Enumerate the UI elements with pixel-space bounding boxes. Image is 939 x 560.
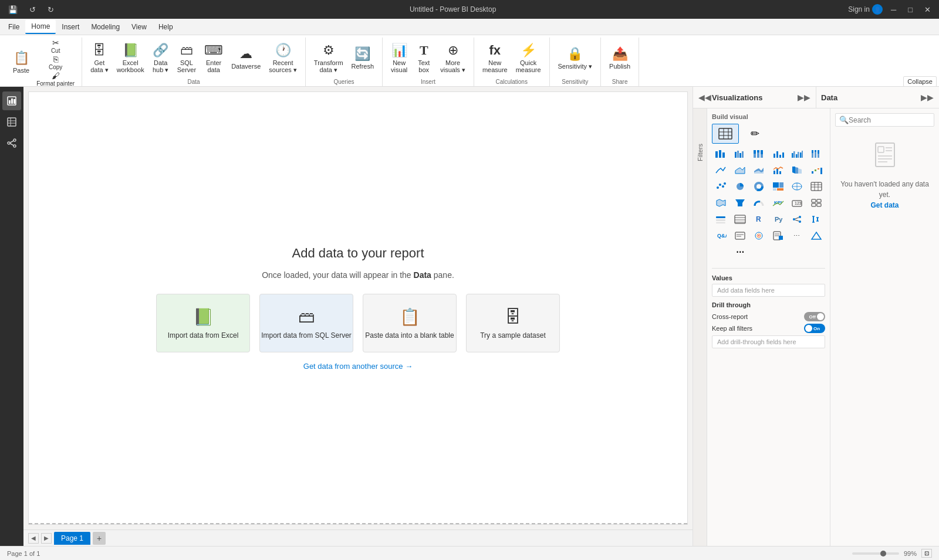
canvas-dashed-border [29,523,687,524]
sensitivity-button[interactable]: 🔒 Sensitivity ▾ [555,40,596,76]
maximize-button[interactable]: □ [904,4,916,15]
viz-pie[interactable] [731,179,749,194]
viz-column-chart[interactable] [769,146,787,161]
transform-data-button[interactable]: ⚙ Transformdata ▾ [310,40,347,76]
viz-scatter[interactable] [712,179,729,194]
filters-label[interactable]: Filters [697,144,704,161]
quick-measure-button[interactable]: ⚡ Quickmeasure [512,40,545,76]
new-measure-button[interactable]: fx Newmeasure [479,40,511,76]
viz-card[interactable]: 123 [788,195,806,211]
viz-donut[interactable] [750,179,768,194]
sql-server-button[interactable]: 🗃 SQLServer [174,40,200,76]
viz-area-chart[interactable] [731,162,749,178]
viz-custom1[interactable]: ⋯ [788,228,806,243]
data-panel-title: Data [821,93,920,102]
get-data-another-link[interactable]: Get data from another source → [303,362,413,371]
sql-card[interactable]: 🗃 Import data from SQL Server [259,294,353,352]
viz-shape[interactable] [808,228,825,243]
add-page-button[interactable]: + [93,532,106,545]
enter-data-button[interactable]: ⌨ Enterdata [201,40,227,76]
excel-workbook-button[interactable]: 📗 Excelworkbook [113,40,148,76]
viz-waterfall[interactable] [808,162,825,178]
fit-page-button[interactable]: ⊡ [921,549,932,558]
viz-stacked-bar-100[interactable] [750,146,768,161]
undo-button[interactable]: ↺ [26,4,39,15]
viz-goal[interactable] [750,228,768,243]
viz-treemap[interactable] [769,179,787,194]
zoom-slider[interactable] [852,552,899,555]
viz-r-visual[interactable]: R [750,212,768,227]
viz-narrative[interactable] [731,228,749,243]
menu-view[interactable]: View [126,21,153,33]
get-data-button[interactable]: 🗄 Getdata ▾ [87,40,112,76]
viz-stacked-bar[interactable] [712,146,729,161]
viz-decomposition-tree[interactable] [788,212,806,227]
viz-table[interactable] [731,212,749,227]
redo-button[interactable]: ↻ [44,4,58,15]
menu-help[interactable]: Help [153,21,179,33]
search-input[interactable] [849,116,937,124]
viz-paginated[interactable] [769,228,787,243]
dataverse-button[interactable]: ☁ Dataverse [228,40,264,76]
recent-sources-button[interactable]: 🕐 Recentsources ▾ [265,40,300,76]
model-view-button[interactable] [2,134,21,152]
viz-multi-row-card[interactable] [808,195,825,211]
save-button[interactable]: 💾 [5,4,21,15]
data-expand-btn[interactable]: ▶▶ [920,90,934,104]
cut-button[interactable]: ✂ Cut [34,38,77,54]
new-visual-button[interactable]: 📊 Newvisual [387,40,411,76]
viz-format-icon-btn[interactable]: ✏ [741,124,768,144]
viz-collapse-left[interactable]: ◀◀ [698,90,712,104]
viz-clustered-column[interactable] [788,146,806,161]
text-box-button[interactable]: T Textbox [412,40,435,76]
cross-report-toggle[interactable]: Off [804,312,825,321]
page-nav-left[interactable]: ◀ [28,533,39,544]
viz-gauge[interactable] [750,195,768,211]
paste-button[interactable]: 📋 Paste [9,45,33,79]
viz-more[interactable]: ⋯ [731,245,749,260]
menu-file[interactable]: File [2,21,25,33]
table-view-button[interactable] [2,113,21,131]
close-button[interactable]: ✕ [921,4,934,15]
svg-point-63 [724,182,726,185]
sample-card[interactable]: 🗄 Try a sample dataset [466,294,560,352]
viz-kpi[interactable]: KPI [769,195,787,211]
viz-clustered-bar[interactable] [731,146,749,161]
paste-card[interactable]: 📋 Paste data into a blank table [363,294,457,352]
viz-stacked-area[interactable] [750,162,768,178]
viz-line-chart[interactable] [712,162,729,178]
viz-slicer[interactable] [712,212,729,227]
viz-canvas[interactable] [712,245,729,260]
viz-python-visual[interactable]: Py [769,212,787,227]
viz-funnel[interactable] [731,195,749,211]
sign-in-button[interactable]: Sign in 👤 [848,4,883,15]
data-hub-button[interactable]: 🔗 Datahub ▾ [149,40,173,76]
viz-table-icon-btn[interactable] [712,124,739,144]
get-data-link[interactable]: Get data [870,201,899,209]
page-nav-right[interactable]: ▶ [41,533,52,544]
viz-filled-map[interactable] [712,195,729,211]
minimize-button[interactable]: ─ [887,4,900,15]
copy-button[interactable]: ⎘ Copy [34,54,77,70]
menu-modeling[interactable]: Modeling [85,21,126,33]
viz-map[interactable] [788,179,806,194]
menu-insert[interactable]: Insert [56,21,85,33]
refresh-button[interactable]: 🔄 Refresh [348,40,378,76]
viz-line-and-stacked[interactable] [769,162,787,178]
viz-expand-btn[interactable]: ▶▶ [797,90,811,104]
viz-q-and-a[interactable]: Q&A [712,228,729,243]
more-visuals-button[interactable]: ⊕ Morevisuals ▾ [437,40,469,76]
publish-button[interactable]: 📤 Publish [606,40,634,76]
viz-ribbon-chart[interactable] [788,162,806,178]
values-field[interactable]: Add data fields here [712,284,825,297]
drill-field[interactable]: Add drill-through fields here [712,335,825,348]
excel-card[interactable]: 📗 Import data from Excel [156,294,250,352]
viz-stacked-column-100[interactable] [808,146,825,161]
page-1-tab[interactable]: Page 1 [54,532,90,545]
viz-error-bars[interactable] [808,212,825,227]
viz-matrix[interactable] [808,179,825,194]
format-painter-button[interactable]: 🖌 Format painter [34,70,77,87]
menu-home[interactable]: Home [25,20,56,34]
keep-filters-toggle[interactable]: On [804,324,825,333]
collapse-ribbon-button[interactable]: Collapse [903,76,937,87]
